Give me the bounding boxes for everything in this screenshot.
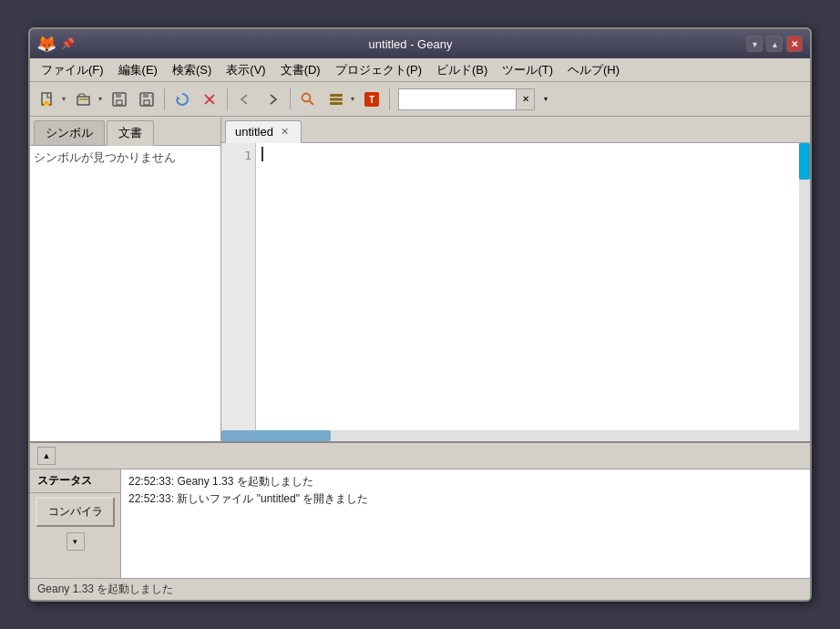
line-number-1: 1 [223, 147, 251, 166]
open-file-arrow: ▾ [97, 95, 104, 103]
editor-tab-untitled[interactable]: untitled ✕ [225, 120, 302, 143]
toolbar-overflow-button[interactable]: ▾ [538, 88, 553, 110]
separator-1 [164, 88, 165, 110]
text-cursor [261, 147, 263, 161]
editor-body: 1 [221, 143, 810, 430]
sidebar-tab-symbol[interactable]: シンボル [34, 120, 105, 145]
window-controls: ▾ ▴ ✕ [746, 36, 803, 52]
app-icon: 🦊 [37, 35, 56, 53]
bottom-panel-content: ステータス コンパイラ ▾ 22:52:33: Geany 1.33 を起動しま… [30, 469, 810, 578]
menu-edit[interactable]: 編集(E) [111, 60, 165, 80]
main-area: シンボル 文書 シンボルが見つかりません untitled ✕ 1 [30, 117, 810, 441]
horizontal-scrollbar-thumb[interactable] [221, 430, 331, 441]
svg-text:+: + [46, 101, 48, 107]
tag-manager-button[interactable]: T [359, 87, 384, 112]
menu-build[interactable]: ビルド(B) [429, 60, 495, 80]
menubar: ファイル(F) 編集(E) 検索(S) 表示(V) 文書(D) プロジェクト(P… [30, 58, 810, 82]
window-title: untitled - Geany [80, 37, 741, 51]
prefs-icon [323, 87, 349, 112]
svg-line-15 [310, 100, 314, 105]
menu-tools[interactable]: ツール(T) [495, 60, 560, 80]
new-file-arrow: ▾ [60, 95, 67, 103]
bottom-panel-log: 22:52:33: Geany 1.33 を起動しました 22:52:33: 新… [121, 469, 810, 578]
vertical-scrollbar[interactable] [799, 143, 810, 430]
svg-rect-3 [77, 97, 89, 105]
editor-tab-label: untitled [235, 125, 273, 139]
no-symbol-text: シンボルが見つかりません [34, 150, 176, 164]
menu-document[interactable]: 文書(D) [273, 60, 328, 80]
log-line-2: 22:52:33: 新しいファイル "untitled" を開きました [128, 490, 803, 508]
close-button[interactable]: ✕ [786, 36, 803, 52]
bottom-panel-header: ▲ [30, 443, 810, 469]
svg-rect-17 [330, 98, 343, 100]
sidebar-content: シンボルが見つかりません [30, 146, 220, 441]
bottom-panel-sidebar-arrow[interactable]: ▾ [67, 532, 85, 551]
save-button[interactable] [107, 87, 132, 112]
prefs-button[interactable]: ▾ [323, 87, 357, 112]
pin-icon[interactable]: 📌 [61, 37, 75, 50]
editor-tab-close-button[interactable]: ✕ [279, 126, 292, 139]
toolbar: + ▾ ▾ + [30, 82, 810, 117]
close-file-button[interactable] [197, 87, 222, 112]
reload-button[interactable] [169, 87, 195, 112]
bottom-panel: ▲ ステータス コンパイラ ▾ 22:52:33: Geany 1.33 を起動… [30, 441, 810, 578]
menu-help[interactable]: ヘルプ(H) [560, 60, 627, 80]
svg-rect-6 [117, 100, 122, 105]
editor-content[interactable] [256, 143, 799, 430]
svg-marker-11 [177, 96, 180, 99]
menu-view[interactable]: 表示(V) [219, 60, 272, 80]
minimize-button[interactable]: ▾ [746, 36, 763, 52]
bottom-panel-sidebar: ステータス コンパイラ ▾ [30, 469, 121, 578]
menu-project[interactable]: プロジェクト(P) [328, 60, 429, 80]
svg-text:+: + [150, 93, 154, 98]
svg-rect-5 [116, 93, 121, 98]
bottom-panel-collapse-button[interactable]: ▲ [37, 447, 56, 465]
sidebar-tabs: シンボル 文書 [30, 117, 220, 146]
line-numbers: 1 [221, 143, 256, 430]
new-file-button[interactable]: + ▾ [34, 87, 68, 112]
sidebar: シンボル 文書 シンボルが見つかりません [30, 117, 221, 441]
editor-tabs: untitled ✕ [221, 117, 810, 143]
compiler-button[interactable]: コンパイラ [36, 497, 115, 527]
horizontal-scrollbar[interactable] [221, 430, 810, 441]
find-button[interactable] [295, 87, 321, 112]
titlebar: 🦊 📌 untitled - Geany ▾ ▴ ✕ [30, 29, 810, 58]
statusbar-text: Geany 1.33 を起動しました [37, 582, 173, 597]
svg-rect-16 [330, 94, 343, 97]
open-file-button[interactable]: ▾ [70, 87, 105, 112]
svg-rect-18 [330, 102, 343, 105]
log-line-1: 22:52:33: Geany 1.33 を起動しました [128, 473, 803, 490]
separator-2 [227, 88, 228, 110]
maximize-button[interactable]: ▴ [766, 36, 783, 52]
nav-forward-button[interactable] [260, 87, 285, 112]
statusbar: Geany 1.33 を起動しました [30, 578, 810, 600]
main-window: 🦊 📌 untitled - Geany ▾ ▴ ✕ ファイル(F) 編集(E)… [28, 27, 812, 602]
svg-rect-9 [144, 100, 149, 105]
svg-text:T: T [369, 95, 374, 105]
search-clear-button[interactable]: ✕ [517, 88, 535, 110]
new-file-icon: + [35, 87, 60, 112]
status-label: ステータス [30, 469, 120, 493]
open-file-icon [71, 87, 97, 112]
search-input[interactable] [398, 88, 517, 110]
svg-point-14 [302, 93, 311, 101]
save-all-button[interactable]: + [134, 87, 159, 112]
nav-back-button[interactable] [232, 87, 258, 112]
separator-3 [290, 88, 291, 110]
separator-4 [389, 88, 390, 110]
vertical-scrollbar-thumb[interactable] [799, 143, 810, 180]
search-box: ✕ [398, 88, 535, 110]
menu-file[interactable]: ファイル(F) [34, 60, 111, 80]
svg-rect-8 [143, 93, 149, 98]
editor-area: untitled ✕ 1 [221, 117, 810, 441]
sidebar-tab-document[interactable]: 文書 [107, 120, 154, 146]
prefs-arrow: ▾ [349, 95, 356, 103]
menu-search[interactable]: 検索(S) [165, 60, 219, 80]
